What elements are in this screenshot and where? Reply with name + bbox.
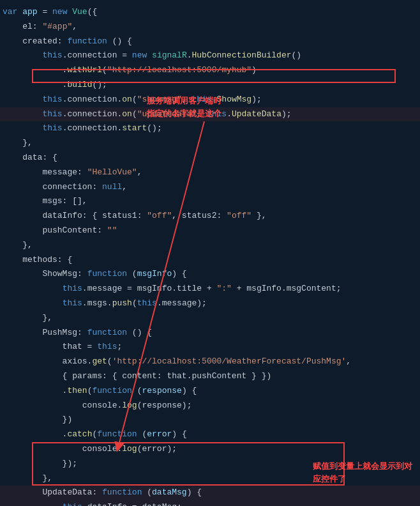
line-content: .then(function (response) { [0, 385, 420, 398]
line-content: { params: { content: that.pushContent } … [0, 370, 420, 383]
code-token: . [212, 95, 217, 104]
code-token: this [42, 109, 62, 119]
code-token [3, 284, 63, 293]
code-line: }) [0, 413, 420, 427]
code-token: }, [3, 473, 52, 483]
code-token: "#app" [42, 22, 72, 31]
code-token: . [187, 50, 192, 60]
code-line: el: "#app", [0, 20, 420, 34]
code-token: }, [3, 240, 33, 250]
code-token: UpdateData: [3, 487, 102, 497]
code-token: ( [132, 298, 137, 308]
code-token: = [38, 7, 52, 17]
code-token: log [122, 401, 137, 410]
code-token: "showmsg" [137, 95, 182, 104]
code-token: response [142, 386, 181, 395]
code-token: ) { [187, 487, 202, 497]
code-token: pushContent: [3, 226, 107, 235]
code-token: HubConnectionBuilder [192, 50, 292, 60]
code-token: connection: [3, 182, 102, 192]
line-content: .catch(function (error) { [0, 428, 420, 441]
code-token: message: [3, 167, 87, 177]
code-token: then [67, 386, 87, 395]
code-line: }); [0, 457, 420, 471]
code-token: ( [142, 487, 152, 497]
code-token: ({ [87, 7, 98, 17]
code-token: function [102, 487, 142, 497]
line-content: this.message = msgInfo.title + ":" + msg… [0, 282, 420, 296]
code-token: . [3, 80, 67, 89]
code-token: { params: { content: that.pushContent } … [3, 371, 271, 381]
code-token: ( [107, 356, 112, 366]
code-line: this.connection.on("updatedata", this.Up… [0, 107, 420, 122]
code-line: this.connection = new signalR.HubConnect… [0, 49, 420, 63]
code-line: .catch(function (error) { [0, 427, 420, 442]
code-token: this [137, 298, 157, 308]
code-token: function [87, 328, 127, 337]
code-line: axios.get('http://localhost:5000/Weather… [0, 355, 420, 369]
code-token: .message = msgInfo.title + [82, 284, 217, 293]
code-token: withUrl [67, 65, 102, 75]
code-token: . [3, 429, 67, 439]
code-token [3, 123, 42, 133]
code-token: PushMsg: [3, 328, 87, 337]
line-content: }); [0, 457, 420, 471]
code-token: . [227, 109, 232, 119]
code-token: + msgInfo.msgContent; [232, 284, 341, 293]
line-content: pushContent: "" [0, 224, 420, 238]
code-line: connection: null, [0, 180, 420, 195]
code-token: on [122, 95, 132, 104]
line-content: methods: { [0, 254, 420, 267]
code-line: that = this; [0, 340, 420, 355]
line-content: .withUrl("http://localhost:5000/myhub") [0, 64, 420, 77]
code-token: var [3, 7, 22, 17]
code-token: Vue [72, 7, 87, 17]
code-token: console. [3, 444, 122, 454]
code-line: data: { [0, 151, 420, 165]
code-token: data: { [3, 153, 57, 162]
code-token [3, 502, 63, 506]
code-line: console.log(response); [0, 399, 420, 413]
code-token: null [102, 182, 122, 192]
code-token: this [42, 123, 62, 133]
line-content: ShowMsg: function (msgInfo) { [0, 268, 420, 281]
code-token: "off" [227, 211, 251, 220]
line-content: this.connection.on("updatedata", this.Up… [0, 108, 420, 121]
code-token: ) { [172, 269, 186, 279]
code-token: , [137, 167, 142, 177]
code-token: ) [251, 65, 257, 75]
code-token: new [132, 50, 152, 60]
line-content: }, [0, 137, 420, 150]
code-line: }, [0, 238, 420, 253]
code-token: "" [107, 226, 117, 235]
code-token: this [192, 95, 212, 104]
code-token: this [42, 95, 62, 104]
code-token: log [122, 444, 137, 454]
code-token: ); [281, 109, 292, 119]
code-token: () [292, 50, 302, 60]
code-line: .then(function (response) { [0, 384, 420, 399]
code-token: function [87, 269, 127, 279]
code-token [3, 109, 42, 119]
line-content: this.msgs.push(this.message); [0, 297, 420, 310]
code-token: }); [3, 459, 77, 468]
code-token: .connection = [63, 50, 132, 60]
code-token: UpdateData [232, 109, 281, 119]
code-line: message: "HelloVue", [0, 165, 420, 180]
line-content: PushMsg: function () { [0, 326, 420, 340]
code-token: "updatedata" [137, 109, 197, 119]
code-token: , [72, 22, 77, 31]
code-token: this [97, 342, 117, 351]
code-token: , [182, 95, 192, 104]
code-token: this [42, 50, 62, 60]
code-line: this.dataInfo = dataMsg; [0, 500, 420, 506]
code-token: ( [102, 65, 107, 75]
code-token: () { [107, 36, 132, 46]
code-token: ( [137, 429, 147, 439]
code-token: function [92, 386, 131, 395]
line-content: this.connection = new signalR.HubConnect… [0, 49, 420, 63]
code-line: this.msgs.push(this.message); [0, 296, 420, 311]
code-token: console. [3, 401, 122, 410]
code-token: . [3, 386, 67, 395]
code-token: ) { [182, 386, 197, 395]
